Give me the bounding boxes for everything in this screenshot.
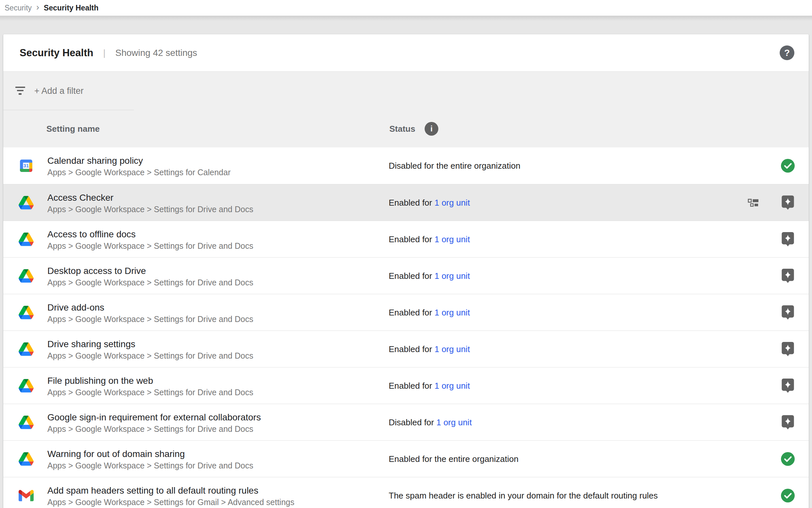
setting-title: Access to offline docs: [47, 229, 253, 240]
org-unit-link[interactable]: 1 org unit: [434, 381, 470, 390]
drive-icon: [18, 196, 34, 210]
status-text: Disabled for: [389, 417, 434, 427]
rules-applied-icon: [747, 197, 759, 209]
column-header-setting-name: Setting name: [46, 124, 100, 134]
calendar-icon: [18, 159, 34, 173]
setting-path: Apps > Google Workspace > Settings for D…: [47, 424, 261, 434]
setting-title: Desktop access to Drive: [47, 265, 253, 277]
org-unit-link[interactable]: 1 org unit: [434, 198, 470, 207]
drive-icon: [18, 342, 34, 356]
recommendation-icon[interactable]: [781, 342, 795, 356]
table-row[interactable]: Add spam headers setting to all default …: [3, 477, 809, 508]
status-text: Enabled for: [389, 271, 432, 281]
setting-path: Apps > Google Workspace > Settings for G…: [47, 497, 294, 507]
setting-name-cell: Add spam headers setting to all default …: [47, 485, 294, 507]
status-cell: The spam header is enabled in your domai…: [389, 490, 658, 501]
setting-name-cell: Access to offline docs Apps > Google Wor…: [47, 229, 253, 251]
drive-icon: [18, 232, 34, 246]
drive-icon: [18, 416, 34, 429]
status-text: Disabled for the entire organization: [389, 161, 520, 171]
recommendation-icon[interactable]: [781, 196, 795, 210]
settings-table: Calendar sharing policy Apps > Google Wo…: [3, 147, 809, 508]
topbar-shadow: [0, 16, 812, 21]
setting-path: Apps > Google Workspace > Settings for D…: [47, 241, 253, 251]
org-unit-link[interactable]: 1 org unit: [434, 234, 470, 244]
status-ok-icon: [781, 159, 795, 173]
filter-icon: [15, 86, 26, 95]
table-row[interactable]: Access to offline docs Apps > Google Wor…: [3, 221, 809, 257]
table-row[interactable]: Drive sharing settings Apps > Google Wor…: [3, 331, 809, 367]
status-text: Enabled for: [389, 307, 432, 317]
org-unit-link[interactable]: 1 org unit: [436, 417, 472, 427]
status-ok-icon: [781, 452, 795, 466]
title-divider: |: [103, 48, 105, 58]
table-row[interactable]: File publishing on the web Apps > Google…: [3, 367, 809, 404]
setting-title: Add spam headers setting to all default …: [47, 485, 294, 496]
setting-name-cell: Google sign-in requirement for external …: [47, 412, 261, 434]
setting-path: Apps > Google Workspace > Settings for D…: [47, 314, 253, 324]
status-cell: Enabled for 1 org unit: [389, 381, 470, 391]
status-text: Enabled for the entire organization: [389, 454, 519, 464]
card-header: Security Health | Showing 42 settings ?: [3, 34, 809, 71]
setting-path: Apps > Google Workspace > Settings for D…: [47, 387, 253, 397]
recommendation-icon[interactable]: [781, 379, 795, 393]
status-info-icon[interactable]: i: [425, 122, 438, 136]
setting-name-cell: Drive sharing settings Apps > Google Wor…: [47, 339, 253, 361]
security-health-card: Security Health | Showing 42 settings ? …: [3, 34, 809, 508]
recommendation-icon[interactable]: [781, 415, 795, 429]
drive-icon: [18, 306, 34, 320]
setting-name-cell: Access Checker Apps > Google Workspace >…: [47, 192, 253, 214]
status-text: Enabled for: [389, 198, 432, 207]
table-row[interactable]: Desktop access to Drive Apps > Google Wo…: [3, 257, 809, 294]
status-cell: Enabled for the entire organization: [389, 454, 519, 464]
status-cell: Enabled for 1 org unit: [389, 234, 470, 244]
recommendation-icon[interactable]: [781, 232, 795, 247]
status-cell: Disabled for 1 org unit: [389, 417, 472, 427]
status-text: Enabled for: [389, 381, 432, 390]
table-row[interactable]: Calendar sharing policy Apps > Google Wo…: [3, 147, 809, 184]
drive-icon: [18, 269, 34, 283]
setting-title: Calendar sharing policy: [47, 155, 231, 166]
setting-path: Apps > Google Workspace > Settings for D…: [47, 277, 253, 288]
setting-path: Apps > Google Workspace > Settings for D…: [47, 460, 253, 471]
breadcrumb-chevron-icon: ›: [36, 3, 39, 12]
setting-path: Apps > Google Workspace > Settings for D…: [47, 350, 253, 361]
status-text: Enabled for: [389, 234, 432, 244]
status-text: The spam header is enabled in your domai…: [389, 490, 658, 500]
table-row[interactable]: Google sign-in requirement for external …: [3, 404, 809, 440]
page-title: Security Health: [19, 47, 93, 59]
setting-path: Apps > Google Workspace > Settings for C…: [47, 167, 231, 177]
status-cell: Enabled for 1 org unit: [389, 198, 470, 208]
drive-icon: [18, 379, 34, 393]
status-cell: Enabled for 1 org unit: [389, 344, 470, 354]
table-row[interactable]: Access Checker Apps > Google Workspace >…: [3, 184, 809, 221]
setting-title: Google sign-in requirement for external …: [47, 412, 261, 423]
table-row[interactable]: Warning for out of domain sharing Apps >…: [3, 440, 809, 477]
add-filter-button[interactable]: + Add a filter: [34, 86, 84, 96]
table-column-headers: Setting name Status i: [3, 110, 809, 147]
filter-bar: + Add a filter: [3, 72, 809, 110]
org-unit-link[interactable]: 1 org unit: [434, 271, 470, 281]
settings-count: Showing 42 settings: [115, 48, 197, 58]
status-ok-icon: [781, 489, 795, 503]
setting-name-cell: Warning for out of domain sharing Apps >…: [47, 449, 253, 471]
recommendation-icon[interactable]: [781, 269, 795, 283]
org-unit-link[interactable]: 1 org unit: [434, 344, 470, 354]
setting-name-cell: Desktop access to Drive Apps > Google Wo…: [47, 265, 253, 288]
drive-icon: [18, 452, 34, 466]
gmail-icon: [18, 489, 34, 502]
setting-title: Access Checker: [47, 192, 253, 203]
setting-path: Apps > Google Workspace > Settings for D…: [47, 204, 253, 214]
recommendation-icon[interactable]: [781, 305, 795, 320]
table-row[interactable]: Drive add-ons Apps > Google Workspace > …: [3, 294, 809, 331]
breadcrumb-parent-link[interactable]: Security: [5, 4, 32, 12]
setting-name-cell: Drive add-ons Apps > Google Workspace > …: [47, 302, 253, 324]
setting-title: Drive sharing settings: [47, 339, 253, 350]
setting-title: Drive add-ons: [47, 302, 253, 313]
setting-name-cell: File publishing on the web Apps > Google…: [47, 375, 253, 397]
setting-title: Warning for out of domain sharing: [47, 449, 253, 460]
org-unit-link[interactable]: 1 org unit: [434, 307, 470, 317]
setting-title: File publishing on the web: [47, 375, 253, 386]
status-cell: Disabled for the entire organization: [389, 161, 520, 171]
help-icon[interactable]: ?: [780, 45, 794, 60]
